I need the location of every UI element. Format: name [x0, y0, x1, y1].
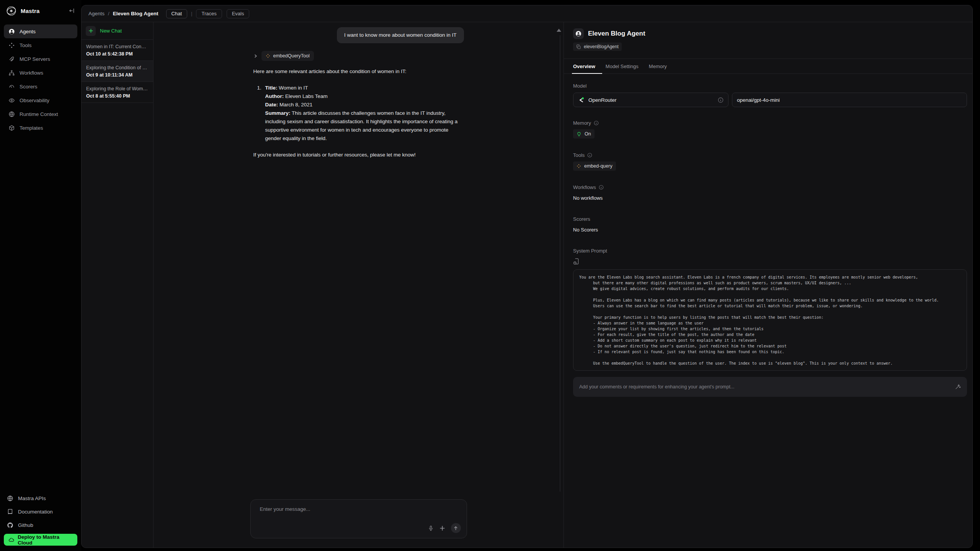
new-chat-button[interactable]: New Chat — [82, 22, 153, 40]
chat-scrollbar[interactable] — [560, 35, 560, 492]
chat-history-sidebar: New Chat Women in IT: Current Conditi...… — [82, 22, 154, 548]
mastra-apis-icon — [7, 495, 13, 502]
info-icon — [594, 121, 599, 126]
mastra-logo-icon — [6, 6, 16, 16]
sidebar-item-templates[interactable]: Templates — [4, 121, 77, 135]
logo-text: Mastra — [21, 8, 40, 14]
chat-history-item[interactable]: Women in IT: Current Conditi... Oct 10 a… — [82, 40, 153, 61]
system-prompt-section: System Prompt You are the Eleven Labs bl… — [573, 248, 967, 397]
documentation-icon — [7, 509, 13, 515]
workflows-section-label: Workflows — [573, 184, 967, 190]
model-id-input[interactable]: openai/gpt-4o-mini — [732, 93, 967, 107]
workflows-empty-text: No workflows — [573, 195, 967, 201]
scorers-empty-text: No Scorers — [573, 227, 967, 233]
breadcrumb-current: Eleven Blog Agent — [113, 11, 158, 16]
prompt-history-icon[interactable] — [573, 258, 579, 265]
memory-section: Memory On — [573, 120, 967, 139]
scorers-section: Scorers No Scorers — [573, 216, 967, 233]
topbar: Agents / Eleven Blog Agent Chat | Traces… — [82, 5, 972, 22]
system-prompt-box[interactable]: You are the Eleven Labs blog search assi… — [573, 269, 967, 371]
tab-traces[interactable]: Traces — [196, 9, 222, 18]
tab-memory[interactable]: Memory — [649, 59, 667, 73]
sidebar-footer: Mastra APIs Documentation Github Deploy … — [4, 492, 77, 546]
system-prompt-text: You are the Eleven Labs blog search assi… — [579, 274, 961, 366]
tab-model-settings[interactable]: Model Settings — [606, 59, 639, 73]
tab-chat[interactable]: Chat — [166, 9, 187, 18]
runtime-context-icon — [8, 111, 15, 117]
tab-overview[interactable]: Overview — [573, 59, 595, 73]
tab-divider: | — [191, 11, 192, 16]
workflows-section: Workflows No workflows — [573, 184, 967, 201]
deploy-to-mastra-cloud-button[interactable]: Deploy to Mastra Cloud — [4, 534, 77, 546]
plus-icon — [86, 26, 96, 36]
agent-tabs: Overview Model Settings Memory — [564, 59, 972, 74]
enhance-wand-icon[interactable] — [955, 384, 961, 390]
sidebar-item-documentation[interactable]: Documentation — [4, 505, 77, 518]
agent-header: Eleven Blog Agent elevenBlogAgent — [564, 22, 972, 59]
chat-history-item[interactable]: Exploring the Role of Women ... Oct 8 at… — [82, 82, 153, 103]
sidebar-item-observability[interactable]: Observability — [4, 93, 77, 107]
templates-icon — [8, 125, 15, 131]
sidebar-item-workflows[interactable]: Workflows — [4, 66, 77, 80]
chat-area: I want to know more about women conditio… — [154, 22, 564, 548]
github-icon — [7, 522, 13, 528]
workflows-icon — [8, 70, 15, 76]
send-button[interactable] — [451, 523, 461, 533]
tool-icon — [266, 54, 270, 58]
observability-icon — [8, 97, 15, 104]
memory-icon — [577, 132, 581, 137]
chat-input-placeholder: Enter your message... — [260, 506, 310, 512]
agent-id-badge[interactable]: elevenBlogAgent — [573, 42, 622, 51]
assistant-outro: If you're interested in tutorials or fur… — [253, 151, 464, 159]
copy-icon — [576, 44, 581, 49]
arrow-up-icon — [453, 526, 458, 531]
sidebar-item-mcp-servers[interactable]: MCP Servers — [4, 52, 77, 66]
model-section-label: Model — [573, 83, 967, 89]
agents-icon — [8, 28, 15, 35]
agent-title: Eleven Blog Agent — [588, 30, 645, 37]
assistant-message: Here are some relevant articles about th… — [253, 67, 464, 159]
tool-call-row[interactable]: embedQueryTool — [253, 51, 464, 61]
chat-input[interactable]: Enter your message... — [250, 499, 467, 538]
collapse-sidebar-icon[interactable] — [69, 8, 75, 14]
main-panel: Agents / Eleven Blog Agent Chat | Traces… — [81, 5, 973, 548]
tool-call-chip[interactable]: embedQueryTool — [261, 51, 314, 61]
mcp-servers-icon — [8, 56, 15, 62]
tools-section-label: Tools — [573, 152, 967, 158]
sidebar-item-tools[interactable]: Tools — [4, 38, 77, 52]
sidebar-item-runtime-context[interactable]: Runtime Context — [4, 107, 77, 121]
breadcrumb-separator: / — [108, 11, 109, 16]
sidebar-item-agents[interactable]: Agents — [4, 24, 77, 38]
user-message-bubble: I want to know more about women conditio… — [337, 27, 464, 43]
breadcrumb-agents[interactable]: Agents — [88, 11, 105, 16]
openrouter-icon — [578, 97, 585, 103]
info-icon[interactable] — [718, 97, 724, 103]
memory-section-label: Memory — [573, 120, 967, 126]
scroll-up-arrow[interactable] — [557, 29, 561, 32]
tool-icon — [577, 164, 581, 168]
scorers-section-label: Scorers — [573, 216, 967, 222]
memory-status-badge: On — [573, 129, 595, 139]
prompt-comment-placeholder: Add your comments or requirements for en… — [579, 384, 734, 390]
chat-history-item-selected[interactable]: Exploring the Condition of Wo... Oct 9 a… — [82, 61, 153, 82]
sidebar-item-mastra-apis[interactable]: Mastra APIs — [4, 492, 77, 505]
info-icon — [599, 185, 604, 190]
attach-plus-icon[interactable] — [439, 525, 445, 531]
chevron-right-icon[interactable] — [253, 54, 258, 58]
agent-overview-content: Model OpenRouter — [564, 74, 972, 548]
system-prompt-label: System Prompt — [573, 248, 967, 254]
model-provider-select[interactable]: OpenRouter — [573, 93, 728, 107]
tab-evals[interactable]: Evals — [227, 9, 250, 18]
tool-badge-embed-query[interactable]: embed-query — [573, 161, 616, 171]
cloud-icon — [8, 537, 14, 543]
agent-avatar-icon — [573, 28, 584, 39]
microphone-icon[interactable] — [428, 525, 434, 531]
app-sidebar: Mastra Agents Tools — [0, 0, 81, 551]
message-thread: I want to know more about women conditio… — [253, 22, 464, 159]
assistant-list-item: 1. Title: Women in IT Author: Eleven Lab… — [253, 84, 464, 143]
sidebar-item-scorers[interactable]: Scorers — [4, 80, 77, 93]
sidebar-nav: Agents Tools MCP Servers Workflows — [0, 21, 81, 135]
info-icon — [587, 153, 592, 158]
sidebar-item-github[interactable]: Github — [4, 518, 77, 532]
prompt-comment-input[interactable]: Add your comments or requirements for en… — [573, 377, 967, 397]
